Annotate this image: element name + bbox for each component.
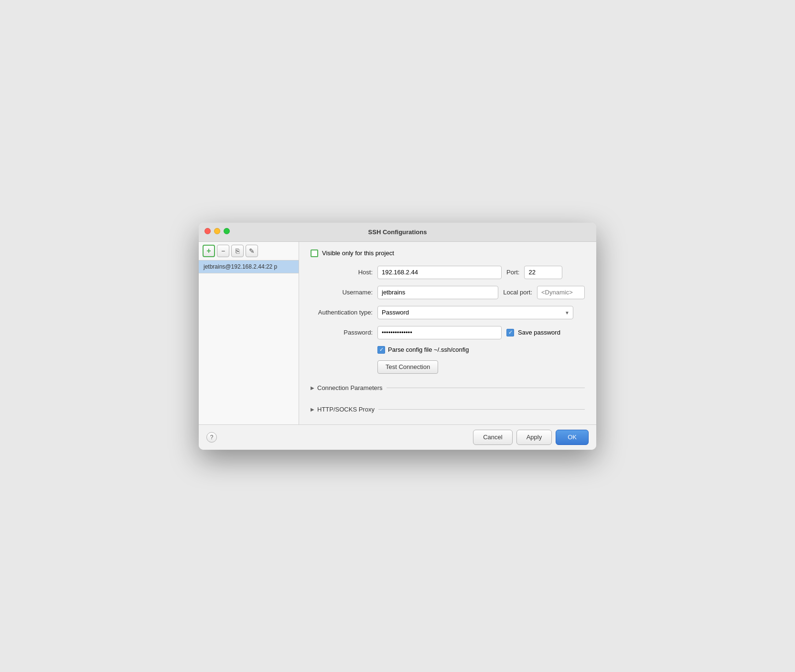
- port-input[interactable]: [524, 266, 562, 279]
- list-item[interactable]: jetbrains@192.168.2.44:22 p: [199, 260, 299, 273]
- save-password-label: Save password: [518, 329, 560, 336]
- dialog-title: SSH Configurations: [368, 228, 427, 236]
- test-connection-button[interactable]: Test Connection: [377, 360, 438, 374]
- config-list[interactable]: jetbrains@192.168.2.44:22 p: [199, 260, 299, 424]
- local-port-input[interactable]: [537, 286, 585, 299]
- host-port-row: Host: Port:: [311, 266, 585, 279]
- password-input[interactable]: [377, 326, 502, 339]
- dialog-footer: ? Cancel Apply OK: [199, 424, 596, 450]
- parse-config-checkbox[interactable]: [377, 346, 385, 354]
- password-label: Password:: [311, 329, 373, 336]
- ok-button[interactable]: OK: [556, 430, 589, 445]
- sidebar: + − ⎘ ✎ jetbrains@192.168.2.44:22 p: [199, 242, 299, 424]
- footer-right: Cancel Apply OK: [473, 430, 589, 445]
- save-password-row: Save password: [506, 329, 560, 336]
- apply-button[interactable]: Apply: [516, 430, 552, 445]
- copy-config-button[interactable]: ⎘: [231, 245, 244, 257]
- test-connection-row: Test Connection: [311, 360, 585, 374]
- port-label: Port:: [506, 269, 519, 276]
- http-socks-section[interactable]: ▶ HTTP/SOCKS Proxy: [311, 402, 585, 417]
- auth-type-select[interactable]: Password Key pair OpenSSH config and aut…: [377, 306, 573, 319]
- username-input[interactable]: [377, 286, 498, 299]
- sidebar-toolbar: + − ⎘ ✎: [199, 242, 299, 260]
- traffic-lights: [204, 228, 230, 234]
- minimize-button[interactable]: [214, 228, 220, 234]
- ssh-configurations-dialog: SSH Configurations + − ⎘ ✎ jetbrains@192…: [199, 223, 596, 450]
- password-row: Password: Save password: [311, 326, 585, 339]
- cancel-button[interactable]: Cancel: [473, 430, 512, 445]
- host-input[interactable]: [377, 266, 502, 279]
- chevron-right-icon: ▶: [311, 385, 314, 390]
- visible-only-row: Visible only for this project: [311, 249, 585, 257]
- host-label: Host:: [311, 269, 373, 276]
- section-divider-2: [378, 409, 585, 410]
- help-button[interactable]: ?: [206, 432, 217, 443]
- http-socks-label: HTTP/SOCKS Proxy: [317, 406, 375, 413]
- section-divider: [387, 388, 585, 388]
- dialog-body: + − ⎘ ✎ jetbrains@192.168.2.44:22 p Visi…: [199, 242, 596, 424]
- parse-config-row: Parse config file ~/.ssh/config: [377, 346, 585, 354]
- auth-type-row: Authentication type: Password Key pair O…: [311, 306, 585, 319]
- parse-config-label: Parse config file ~/.ssh/config: [388, 346, 469, 353]
- connection-params-label: Connection Parameters: [317, 384, 383, 391]
- visible-only-label: Visible only for this project: [322, 249, 394, 257]
- remove-config-button[interactable]: −: [217, 245, 229, 257]
- local-port-label: Local port:: [503, 289, 532, 296]
- visible-only-checkbox[interactable]: [311, 249, 318, 257]
- username-localport-row: Username: Local port:: [311, 286, 585, 299]
- footer-left: ?: [206, 432, 217, 443]
- auth-type-wrapper: Password Key pair OpenSSH config and aut…: [377, 306, 573, 319]
- auth-type-label: Authentication type:: [311, 309, 373, 316]
- add-config-button[interactable]: +: [203, 245, 215, 257]
- username-label: Username:: [311, 289, 373, 296]
- connection-params-section[interactable]: ▶ Connection Parameters: [311, 380, 585, 395]
- close-button[interactable]: [204, 228, 211, 234]
- maximize-button[interactable]: [224, 228, 230, 234]
- title-bar: SSH Configurations: [199, 223, 596, 242]
- main-content: Visible only for this project Host: Port…: [299, 242, 596, 424]
- chevron-right-icon-2: ▶: [311, 407, 314, 412]
- edit-config-button[interactable]: ✎: [246, 245, 258, 257]
- save-password-checkbox[interactable]: [506, 329, 514, 336]
